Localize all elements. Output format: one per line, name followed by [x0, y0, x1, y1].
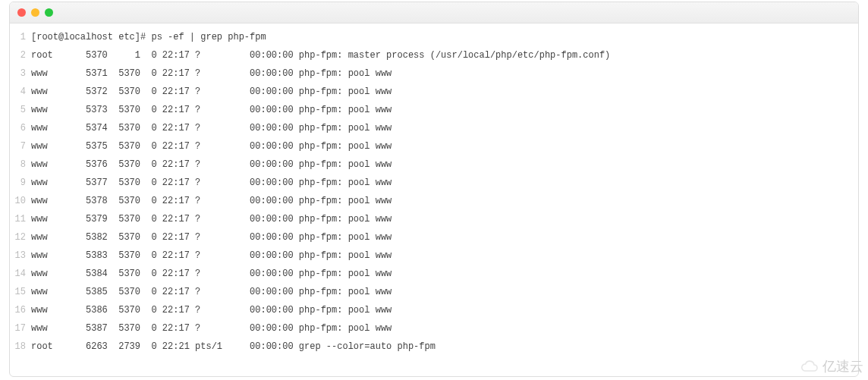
window-zoom-icon[interactable] [45, 8, 53, 17]
process-row: www 5374 5370 0 22:17 ? 00:00:00 php-fpm… [31, 119, 858, 137]
cloud-icon [800, 360, 819, 373]
prompt-line: [root@localhost etc]# ps -ef | grep php-… [31, 28, 858, 46]
line-number: 6 [10, 119, 26, 137]
line-number: 11 [10, 210, 26, 228]
line-number: 13 [10, 247, 26, 265]
terminal-output: [root@localhost etc]# ps -ef | grep php-… [31, 28, 858, 376]
line-number: 18 [10, 338, 26, 356]
line-number-gutter: 123456789101112131415161718 [10, 28, 31, 376]
process-row: root 5370 1 0 22:17 ? 00:00:00 php-fpm: … [31, 46, 858, 64]
line-number: 17 [10, 319, 26, 338]
process-row: www 5383 5370 0 22:17 ? 00:00:00 php-fpm… [31, 247, 858, 265]
line-number: 10 [10, 192, 26, 210]
line-number: 14 [10, 265, 26, 283]
line-number: 5 [10, 101, 26, 119]
line-number: 8 [10, 155, 26, 174]
process-row: www 5376 5370 0 22:17 ? 00:00:00 php-fpm… [31, 155, 858, 174]
watermark-text: 亿速云 [822, 357, 863, 375]
title-bar [10, 2, 858, 24]
line-number: 1 [10, 28, 26, 46]
process-row: www 5372 5370 0 22:17 ? 00:00:00 php-fpm… [31, 83, 858, 101]
process-row: www 5379 5370 0 22:17 ? 00:00:00 php-fpm… [31, 210, 858, 228]
process-row: www 5375 5370 0 22:17 ? 00:00:00 php-fpm… [31, 137, 858, 155]
process-row: www 5386 5370 0 22:17 ? 00:00:00 php-fpm… [31, 301, 858, 319]
process-row: www 5385 5370 0 22:17 ? 00:00:00 php-fpm… [31, 283, 858, 301]
process-row: www 5382 5370 0 22:17 ? 00:00:00 php-fpm… [31, 228, 858, 247]
process-row: www 5384 5370 0 22:17 ? 00:00:00 php-fpm… [31, 265, 858, 283]
line-number: 7 [10, 137, 26, 155]
process-row: www 5373 5370 0 22:17 ? 00:00:00 php-fpm… [31, 101, 858, 119]
line-number: 9 [10, 174, 26, 192]
line-number: 15 [10, 283, 26, 301]
line-number: 2 [10, 46, 26, 64]
terminal-window: 123456789101112131415161718 [root@localh… [9, 2, 859, 377]
line-number: 12 [10, 228, 26, 247]
process-row: www 5377 5370 0 22:17 ? 00:00:00 php-fpm… [31, 174, 858, 192]
process-row: www 5387 5370 0 22:17 ? 00:00:00 php-fpm… [31, 319, 858, 338]
process-row: root 6263 2739 0 22:21 pts/1 00:00:00 gr… [31, 338, 858, 356]
process-row: www 5371 5370 0 22:17 ? 00:00:00 php-fpm… [31, 64, 858, 83]
process-row: www 5378 5370 0 22:17 ? 00:00:00 php-fpm… [31, 192, 858, 210]
code-area[interactable]: 123456789101112131415161718 [root@localh… [10, 24, 858, 376]
line-number: 16 [10, 301, 26, 319]
window-minimize-icon[interactable] [31, 8, 39, 17]
watermark: 亿速云 [800, 357, 863, 375]
line-number: 4 [10, 83, 26, 101]
window-close-icon[interactable] [17, 8, 26, 17]
line-number: 3 [10, 64, 26, 83]
